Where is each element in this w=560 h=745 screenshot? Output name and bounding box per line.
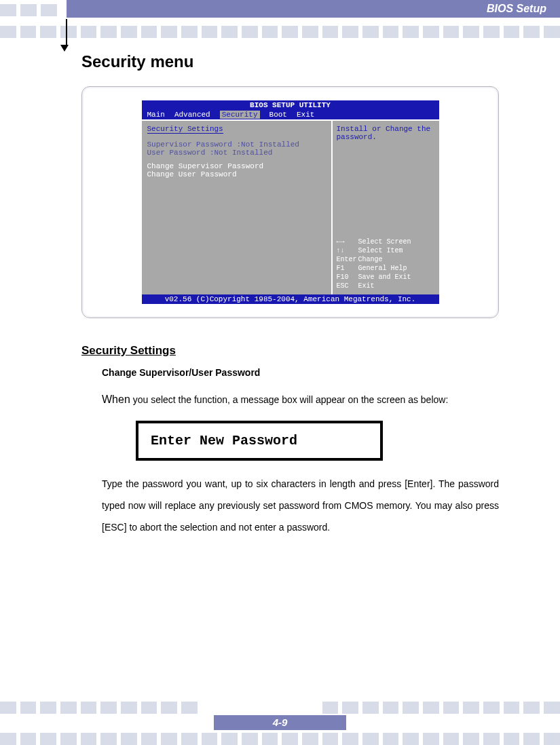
header-bar: BIOS Setup (67, 0, 560, 18)
bios-supervisor-row: Supervisor Password :Not Installed (147, 140, 326, 149)
bios-tab-advanced[interactable]: Advanced (174, 111, 210, 119)
body-indent: Change Supervisor/User Password When you… (102, 367, 499, 538)
bios-tab-security[interactable]: Security (220, 111, 260, 119)
page-number: 4-9 (214, 715, 346, 730)
page-footer: 4-9 (0, 702, 560, 745)
section-title: Security menu (81, 52, 499, 71)
bios-utility-title: BIOS SETUP UTILITY (142, 100, 439, 110)
paragraph-1: When you select the function, a message … (102, 387, 499, 413)
main-content: Security menu BIOS SETUP UTILITY Main Ad… (0, 37, 560, 538)
footer-decoration-top (0, 702, 560, 714)
security-settings-heading: Security Settings (81, 344, 499, 358)
bios-copyright: v02.56 (C)Copyright 1985-2004, American … (142, 294, 439, 304)
decoration-top-left (0, 4, 57, 16)
bios-tab-boot[interactable]: Boot (269, 111, 287, 119)
change-password-heading: Change Supervisor/User Password (102, 367, 499, 378)
bios-body: Security Settings Supervisor Password :N… (142, 119, 439, 294)
bios-right-panel: Install or Change the password. ←→Select… (333, 121, 439, 294)
footer-decoration-bottom (0, 733, 560, 745)
bios-help-text: Install or Change the password. (337, 125, 435, 141)
bios-nav-keys: ←→Select Screen ↑↓Select Item EnterChang… (337, 237, 435, 290)
bios-change-supervisor[interactable]: Change Supervisor Password (147, 162, 326, 170)
paragraph-2: Type the password you want, up to six ch… (102, 473, 499, 539)
page-header: BIOS Setup (0, 0, 560, 37)
bios-tab-exit[interactable]: Exit (297, 111, 314, 119)
bios-menu-bar: Main Advanced Security Boot Exit (142, 110, 439, 119)
header-title: BIOS Setup (487, 3, 546, 15)
enter-password-box: Enter New Password (136, 421, 383, 461)
bios-user-row: User Password :Not Installed (147, 149, 326, 157)
bios-left-panel: Security Settings Supervisor Password :N… (142, 121, 333, 294)
arrow-down-icon (64, 19, 69, 52)
bios-settings-title: Security Settings (147, 125, 223, 134)
decoration-row (0, 26, 560, 38)
bios-tab-main[interactable]: Main (147, 111, 165, 119)
bios-window: BIOS SETUP UTILITY Main Advanced Securit… (142, 100, 439, 304)
bios-screenshot-frame: BIOS SETUP UTILITY Main Advanced Securit… (81, 86, 499, 318)
bios-change-user[interactable]: Change User Password (147, 170, 326, 178)
